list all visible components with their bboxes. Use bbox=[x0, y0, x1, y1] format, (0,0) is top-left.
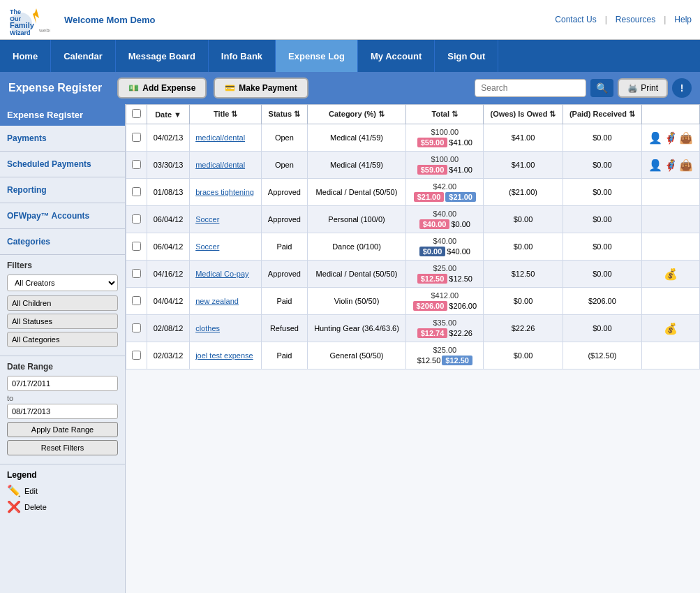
table-row: 04/02/13medical/dentalOpenMedical (41/59… bbox=[126, 124, 700, 152]
sidebar-item-categories[interactable]: Categories bbox=[7, 235, 118, 249]
action-person-icon[interactable]: 👤 bbox=[648, 159, 662, 172]
edit-icon: ✏️ bbox=[7, 484, 21, 497]
legend-edit: ✏️ Edit bbox=[7, 484, 118, 497]
apply-date-range-button[interactable]: Apply Date Range bbox=[7, 422, 118, 437]
svg-text:Family: Family bbox=[10, 21, 35, 29]
filter-statuses-button[interactable]: All Statuses bbox=[7, 314, 118, 329]
cell-date: 06/04/12 bbox=[147, 233, 190, 261]
th-category[interactable]: Category (%) ⇅ bbox=[307, 105, 406, 124]
legend-delete-label: Delete bbox=[24, 503, 47, 511]
action-money-icon[interactable]: 💰 bbox=[664, 322, 678, 335]
expense-title-link[interactable]: Soccer bbox=[195, 215, 219, 224]
cell-owes: $41.00 bbox=[484, 124, 563, 152]
sidebar-item-ofwpay[interactable]: OFWpay™ Accounts bbox=[7, 209, 118, 223]
nav-expense-log[interactable]: Expense Log bbox=[276, 40, 358, 72]
sidebar-item-payments[interactable]: Payments bbox=[7, 131, 118, 145]
th-owes[interactable]: (Owes) Is Owed ⇅ bbox=[484, 105, 563, 124]
sidebar-ofwpay: OFWpay™ Accounts bbox=[0, 203, 125, 229]
row-checkbox[interactable] bbox=[132, 296, 141, 305]
row-checkbox[interactable] bbox=[132, 323, 141, 332]
amount-blue: $12.50 bbox=[442, 356, 472, 365]
nav-calendar[interactable]: Calendar bbox=[51, 40, 116, 72]
filter-creators-select[interactable]: All Creators bbox=[7, 274, 118, 291]
make-payment-button[interactable]: 💳 Make Payment bbox=[214, 78, 308, 98]
expense-table: Date ▼ Title ⇅ Status ⇅ Category (%) ⇅ T… bbox=[126, 104, 700, 369]
amount-normal: $22.26 bbox=[449, 329, 472, 337]
expense-title-link[interactable]: clothes bbox=[195, 324, 220, 332]
cell-category: Dance (0/100) bbox=[307, 233, 406, 261]
th-title[interactable]: Title ⇅ bbox=[190, 105, 262, 124]
cell-paid: $0.00 bbox=[563, 261, 641, 288]
expense-title-link[interactable]: new zealand bbox=[195, 297, 239, 305]
nav-my-account[interactable]: My Account bbox=[358, 40, 435, 72]
resources-link[interactable]: Resources bbox=[616, 15, 655, 24]
amount-pink: $21.00 bbox=[414, 192, 445, 202]
legend-label: Legend bbox=[7, 470, 118, 480]
nav-message-board[interactable]: Message Board bbox=[116, 40, 209, 72]
amount-normal: $206.00 bbox=[449, 302, 477, 310]
nav-sign-out[interactable]: Sign Out bbox=[435, 40, 498, 72]
action-bag-icon[interactable]: 👜 bbox=[679, 159, 693, 172]
cell-actions bbox=[642, 206, 700, 233]
print-button[interactable]: 🖨️ Print bbox=[618, 78, 668, 98]
make-payment-icon: 💳 bbox=[225, 83, 235, 93]
reset-filters-button[interactable]: Reset Filters bbox=[7, 440, 118, 455]
cell-owes: $12.50 bbox=[484, 261, 563, 288]
amount-blue: $21.00 bbox=[445, 192, 476, 202]
cell-owes: ($21.00) bbox=[484, 179, 563, 206]
row-checkbox[interactable] bbox=[132, 160, 141, 169]
row-checkbox[interactable] bbox=[132, 242, 141, 251]
filter-children-button[interactable]: All Children bbox=[7, 295, 118, 311]
cell-status: Open bbox=[262, 152, 308, 179]
expense-title-link[interactable]: Soccer bbox=[195, 242, 219, 251]
amount-normal: $41.00 bbox=[449, 166, 472, 174]
cell-date: 03/30/13 bbox=[147, 152, 190, 179]
search-input[interactable] bbox=[475, 79, 586, 97]
cell-category: General (50/50) bbox=[307, 342, 406, 369]
nav-info-bank[interactable]: Info Bank bbox=[209, 40, 276, 72]
row-checkbox[interactable] bbox=[132, 214, 141, 224]
expense-title-link[interactable]: Medical Co-pay bbox=[195, 270, 248, 278]
cell-title: medical/dental bbox=[190, 124, 262, 152]
action-hero-icon[interactable]: 🦸 bbox=[664, 131, 678, 145]
th-date[interactable]: Date ▼ bbox=[147, 105, 190, 124]
row-checkbox[interactable] bbox=[132, 351, 141, 360]
expense-title-link[interactable]: joel test expense bbox=[195, 351, 253, 360]
add-expense-icon: 💵 bbox=[128, 83, 139, 93]
expense-title-link[interactable]: medical/dental bbox=[195, 161, 245, 169]
logo-area: The Our Family Wizard website bbox=[8, 3, 50, 36]
row-checkbox[interactable] bbox=[132, 187, 141, 196]
nav-home[interactable]: Home bbox=[0, 40, 51, 72]
date-to-input[interactable] bbox=[7, 404, 118, 419]
th-total[interactable]: Total ⇅ bbox=[406, 105, 484, 124]
row-checkbox[interactable] bbox=[132, 133, 141, 142]
search-button[interactable]: 🔍 bbox=[590, 79, 613, 97]
add-expense-button[interactable]: 💵 Add Expense bbox=[117, 78, 207, 98]
table-row: 01/08/13braces tighteningApprovedMedical… bbox=[126, 179, 700, 206]
action-money-icon[interactable]: 💰 bbox=[664, 268, 678, 281]
help-link[interactable]: Help bbox=[674, 15, 692, 24]
filter-categories-button[interactable]: All Categories bbox=[7, 332, 118, 347]
cell-owes: $22.26 bbox=[484, 315, 563, 342]
cell-paid: $206.00 bbox=[563, 288, 641, 315]
contact-us-link[interactable]: Contact Us bbox=[555, 15, 596, 24]
cell-paid: $0.00 bbox=[563, 233, 641, 261]
action-bag-icon[interactable]: 👜 bbox=[679, 131, 693, 145]
th-status[interactable]: Status ⇅ bbox=[262, 105, 308, 124]
cell-date: 01/08/13 bbox=[147, 179, 190, 206]
cell-title: new zealand bbox=[190, 288, 262, 315]
sidebar-item-reporting[interactable]: Reporting bbox=[7, 183, 118, 197]
sidebar-item-scheduled-payments[interactable]: Scheduled Payments bbox=[7, 157, 118, 171]
action-hero-icon[interactable]: 🦸 bbox=[664, 159, 678, 172]
cell-category: Violin (50/50) bbox=[307, 288, 406, 315]
th-paid[interactable]: (Paid) Received ⇅ bbox=[563, 105, 641, 124]
alert-button[interactable]: ! bbox=[672, 78, 692, 98]
action-person-icon[interactable]: 👤 bbox=[648, 131, 662, 145]
expense-title-link[interactable]: braces tightening bbox=[195, 188, 254, 196]
expense-title-link[interactable]: medical/dental bbox=[195, 133, 245, 142]
legend-delete: ❌ Delete bbox=[7, 500, 118, 513]
sidebar: Expense Register Payments Scheduled Paym… bbox=[0, 104, 126, 593]
row-checkbox[interactable] bbox=[132, 269, 141, 278]
select-all-checkbox[interactable] bbox=[132, 109, 141, 118]
date-from-input[interactable] bbox=[7, 376, 118, 391]
